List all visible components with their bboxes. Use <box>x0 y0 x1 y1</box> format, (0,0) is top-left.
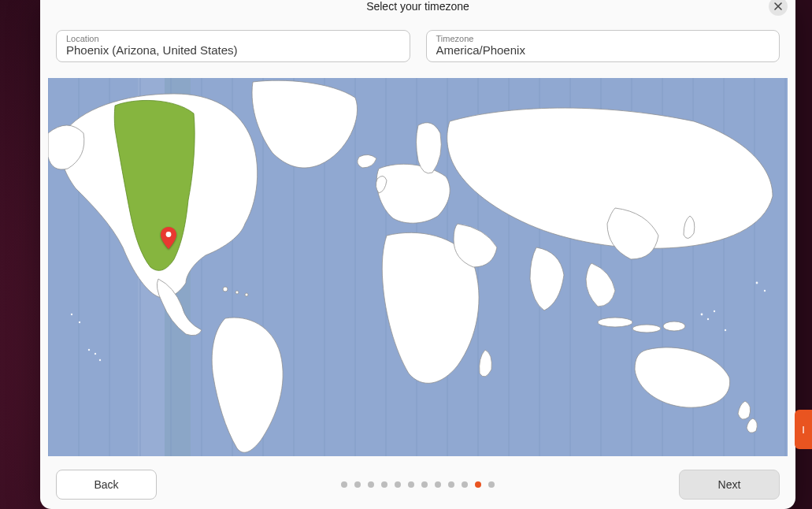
timezone-input[interactable] <box>436 43 770 57</box>
svg-point-25 <box>223 287 228 292</box>
step-dots <box>341 481 495 488</box>
side-chip[interactable]: I <box>795 410 812 449</box>
next-button-label: Next <box>718 478 741 491</box>
svg-point-26 <box>235 291 239 294</box>
svg-point-39 <box>764 290 766 292</box>
svg-point-38 <box>756 282 758 284</box>
step-dot-10[interactable] <box>462 481 468 488</box>
footer: Back Next <box>40 460 795 509</box>
svg-point-29 <box>632 325 661 333</box>
step-dot-3[interactable] <box>368 481 374 488</box>
svg-point-36 <box>714 310 715 312</box>
next-button[interactable]: Next <box>679 470 780 500</box>
svg-point-32 <box>99 359 101 361</box>
card-header: Select your timezone <box>40 0 795 20</box>
svg-point-33 <box>88 349 90 351</box>
timezone-label: Timezone <box>436 34 770 43</box>
svg-point-27 <box>245 293 248 296</box>
svg-point-40 <box>71 314 72 315</box>
step-dot-9[interactable] <box>448 481 454 488</box>
step-dot-1[interactable] <box>341 481 347 488</box>
back-button-label: Back <box>94 478 118 491</box>
step-dot-4[interactable] <box>381 481 387 488</box>
location-marker[interactable] <box>161 227 176 249</box>
location-label: Location <box>66 34 400 43</box>
step-dot-5[interactable] <box>395 481 401 488</box>
step-dot-7[interactable] <box>421 481 428 488</box>
card-title: Select your timezone <box>366 0 469 13</box>
location-field[interactable]: Location <box>56 30 410 62</box>
svg-point-42 <box>166 232 172 237</box>
back-button[interactable]: Back <box>56 470 157 500</box>
location-input[interactable] <box>66 43 400 57</box>
close-icon <box>773 2 783 11</box>
svg-point-31 <box>95 353 96 355</box>
svg-point-28 <box>598 318 632 327</box>
world-map-svg <box>48 78 788 456</box>
installer-card: Select your timezone Location Timezone <box>40 0 795 509</box>
step-dot-12[interactable] <box>488 481 495 488</box>
timezone-field[interactable]: Timezone <box>426 30 780 62</box>
step-dot-6[interactable] <box>408 481 414 488</box>
timezone-map[interactable] <box>48 78 788 456</box>
svg-point-35 <box>707 318 709 320</box>
close-button[interactable] <box>769 0 788 16</box>
form-row: Location Timezone <box>40 20 795 62</box>
step-dot-2[interactable] <box>354 481 361 488</box>
svg-point-41 <box>79 321 80 323</box>
svg-point-37 <box>725 329 726 331</box>
svg-point-34 <box>701 314 703 316</box>
map-pin-icon <box>161 227 176 249</box>
side-chip-label: I <box>802 424 805 436</box>
step-dot-8[interactable] <box>435 481 441 488</box>
step-dot-11[interactable] <box>475 481 481 488</box>
svg-point-30 <box>663 321 685 331</box>
